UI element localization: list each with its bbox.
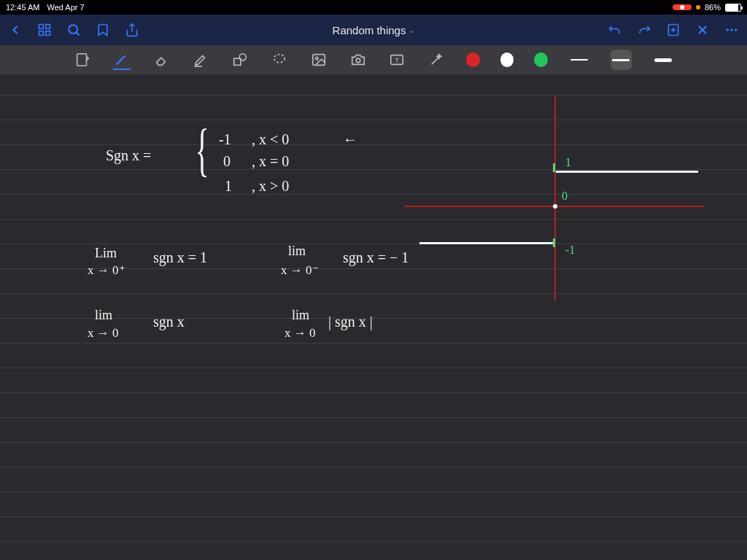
- stroke-thick[interactable]: [652, 50, 674, 70]
- color-red[interactable]: [466, 52, 480, 67]
- pen-tool[interactable]: [112, 50, 131, 70]
- color-green[interactable]: [534, 52, 548, 67]
- hw-lim4-top: lim: [292, 308, 309, 323]
- tick-m1: [553, 238, 555, 247]
- svg-line-5: [76, 32, 79, 35]
- hw-sgn-lhs: Sgn x =: [106, 147, 151, 164]
- graph-label-m1: -1: [565, 244, 575, 257]
- redo-button[interactable]: [636, 22, 652, 38]
- tool-bar: T: [0, 45, 747, 74]
- hw-r2b: , x = 0: [252, 153, 289, 170]
- svg-rect-15: [77, 54, 87, 66]
- hw-lim2-top: lim: [288, 244, 306, 259]
- hw-lim1-top: Lim: [95, 246, 117, 261]
- close-button[interactable]: [694, 22, 711, 38]
- svg-rect-2: [39, 31, 44, 36]
- svg-point-22: [356, 58, 360, 63]
- hw-r2a: 0: [223, 153, 231, 170]
- origin-dot: [553, 204, 557, 209]
- svg-point-18: [239, 54, 246, 61]
- svg-point-19: [274, 55, 285, 63]
- status-date: Wed Apr 7: [47, 3, 84, 12]
- mic-indicator-icon: [696, 5, 700, 9]
- status-time: 12:45 AM: [6, 3, 39, 12]
- nav-bar: Random things ⌄: [0, 15, 747, 45]
- more-button[interactable]: [724, 22, 740, 38]
- hw-lim4-rhs: | sgn x |: [328, 314, 373, 330]
- svg-text:T: T: [395, 57, 400, 64]
- hw-brace: {: [196, 117, 209, 183]
- hw-lim2-bot: x → 0⁻: [281, 262, 319, 278]
- hw-r3b: , x > 0: [252, 178, 289, 195]
- image-tool[interactable]: [309, 50, 328, 70]
- svg-point-4: [69, 25, 77, 34]
- status-bar: 12:45 AM Wed Apr 7 86%: [0, 0, 747, 15]
- graph-neg-branch: [419, 242, 554, 244]
- battery-percent: 86%: [705, 3, 721, 12]
- text-tool[interactable]: T: [388, 50, 407, 70]
- tick-1: [553, 163, 555, 172]
- color-white[interactable]: [500, 52, 514, 67]
- svg-rect-3: [46, 31, 50, 36]
- svg-point-14: [735, 28, 737, 31]
- highlighter-tool[interactable]: [191, 50, 210, 70]
- recording-indicator[interactable]: [673, 4, 692, 10]
- grid-view-button[interactable]: [36, 22, 53, 38]
- page-tool[interactable]: [73, 50, 92, 70]
- bookmark-button[interactable]: [95, 22, 111, 38]
- svg-rect-1: [46, 25, 50, 29]
- eraser-tool[interactable]: [152, 50, 171, 70]
- graph-pos-branch: [556, 171, 698, 173]
- back-button[interactable]: [7, 22, 23, 38]
- hw-r1b: , x < 0: [252, 131, 289, 148]
- svg-rect-0: [39, 25, 44, 29]
- hw-r3a: 1: [225, 178, 232, 195]
- share-button[interactable]: [124, 22, 140, 38]
- stroke-medium[interactable]: [611, 50, 632, 70]
- hw-lim1-bot: x → 0⁺: [88, 262, 125, 278]
- note-canvas[interactable]: Sgn x = { -1 , x < 0 ← 0 , x = 0 1 , x >…: [0, 74, 747, 560]
- svg-point-13: [730, 28, 732, 31]
- hw-lim1-rhs: sgn x = 1: [153, 249, 207, 266]
- graph-label-1: 1: [565, 156, 571, 169]
- shapes-tool[interactable]: [231, 50, 249, 70]
- svg-rect-20: [312, 55, 325, 66]
- graph-y-axis: [554, 96, 556, 300]
- svg-point-12: [727, 28, 729, 31]
- chevron-down-icon: ⌄: [409, 26, 414, 34]
- svg-point-21: [315, 57, 318, 60]
- stroke-thin[interactable]: [568, 50, 590, 70]
- graph-label-0: 0: [562, 190, 568, 203]
- hw-r1c: ←: [343, 131, 357, 148]
- lasso-tool[interactable]: [270, 50, 289, 70]
- document-title[interactable]: Random things ⌄: [333, 24, 415, 36]
- hw-r1a: -1: [219, 131, 231, 148]
- hw-lim3-bot: x → 0: [88, 326, 119, 341]
- search-button[interactable]: [66, 22, 82, 38]
- magic-tool[interactable]: [427, 50, 446, 70]
- hw-lim2-rhs: sgn x = − 1: [343, 249, 409, 266]
- hw-lim3-top: lim: [95, 308, 112, 323]
- undo-button[interactable]: [607, 22, 623, 38]
- hw-lim3-rhs: sgn x: [153, 314, 185, 330]
- camera-tool[interactable]: [349, 50, 368, 70]
- add-page-button[interactable]: [665, 22, 681, 38]
- hw-lim4-bot: x → 0: [285, 326, 316, 341]
- battery-icon: [725, 4, 741, 12]
